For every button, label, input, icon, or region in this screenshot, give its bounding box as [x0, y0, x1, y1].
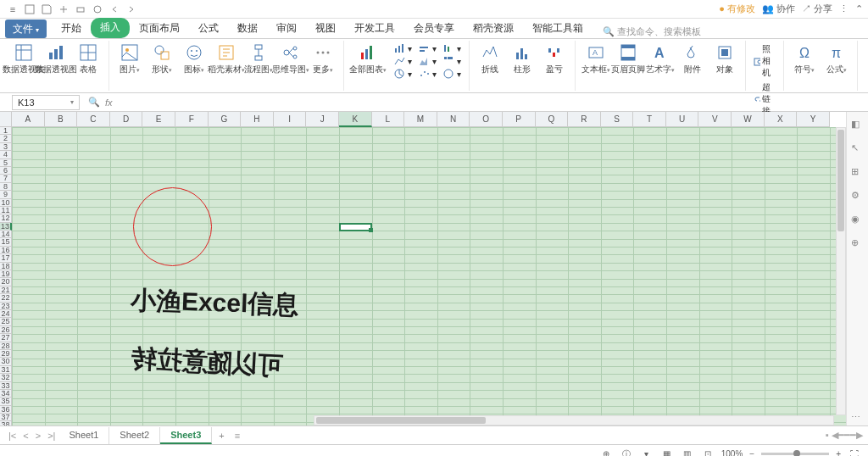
column-header[interactable]: N	[437, 112, 470, 127]
sheet-nav-prev[interactable]: <	[19, 431, 31, 441]
column-header[interactable]: D	[110, 112, 143, 127]
chart-type-button[interactable]: ▾	[416, 55, 439, 67]
chart-type-button[interactable]: ▾	[416, 42, 439, 54]
table-button[interactable]: 表格	[73, 42, 103, 74]
undo-icon[interactable]	[107, 2, 122, 17]
fx-expand-icon[interactable]: 🔍	[88, 97, 100, 108]
pivot-chart-button[interactable]: 数据透视图	[41, 42, 71, 74]
file-tab[interactable]: 文件▾	[5, 19, 47, 38]
textbox-button[interactable]: A文本框▾	[581, 42, 611, 75]
sidepanel-icon[interactable]: ◉	[851, 214, 865, 227]
redo-icon[interactable]	[124, 2, 139, 17]
forms-button[interactable]: 窗体	[863, 42, 868, 74]
picture-button[interactable]: 图片▾	[114, 42, 145, 75]
ribbon-tab[interactable]: 页面布局	[130, 18, 189, 38]
column-header[interactable]: R	[568, 112, 601, 127]
ribbon-tab[interactable]: 稻壳资源	[464, 18, 523, 38]
more-icon[interactable]: ⋮	[839, 3, 849, 14]
sparkline-winloss-button[interactable]: 盈亏	[539, 42, 570, 74]
column-header[interactable]: P	[503, 112, 536, 127]
zoom-value[interactable]: 100%	[721, 449, 743, 456]
object-button[interactable]: 对象	[709, 42, 740, 74]
symbol-button[interactable]: Ω符号▾	[789, 42, 820, 75]
canvas-circle-shape[interactable]	[133, 187, 212, 266]
column-header[interactable]: V	[698, 112, 732, 127]
sidepanel-icon[interactable]: ⊕	[851, 237, 865, 251]
sheet-tab[interactable]: Sheet2	[109, 427, 160, 444]
ribbon-tab[interactable]: 公式	[189, 18, 228, 38]
sheet-nav-next[interactable]: >	[32, 431, 44, 441]
wordart-button[interactable]: A艺术字▾	[645, 42, 676, 75]
command-search[interactable]: 🔍查找命令、搜索模板	[603, 25, 701, 38]
column-header[interactable]: K	[339, 112, 372, 127]
column-header[interactable]: T	[633, 112, 666, 127]
sheet-tab[interactable]: Sheet3	[160, 427, 212, 444]
chart-type-button[interactable]: ▾	[392, 55, 415, 67]
all-charts-button[interactable]: 全部图表▾	[349, 42, 387, 75]
chart-type-button[interactable]: ▾	[441, 55, 464, 67]
pending-changes-label[interactable]: ● 有修改	[719, 3, 755, 15]
qat-icon[interactable]	[90, 2, 105, 17]
wordart-text-1[interactable]: 小渔Excel信息	[130, 283, 299, 324]
active-cell[interactable]	[339, 223, 372, 231]
column-header[interactable]: M	[404, 112, 437, 127]
header-footer-button[interactable]: 页眉页脚	[613, 42, 643, 74]
chart-type-button[interactable]: ▾	[441, 68, 464, 80]
qat-icon[interactable]	[22, 2, 37, 17]
sidepanel-icon[interactable]: ◧	[851, 119, 865, 132]
ribbon-tab[interactable]: 审阅	[267, 18, 306, 38]
chart-type-button[interactable]: ▾	[392, 68, 415, 80]
fullscreen-icon[interactable]: ⛶	[848, 448, 861, 457]
horizontal-scrollbar[interactable]	[314, 415, 834, 425]
chart-type-button[interactable]: ▾	[441, 42, 464, 54]
select-all-corner[interactable]	[0, 112, 12, 127]
column-header[interactable]: L	[372, 112, 405, 127]
status-icon[interactable]: ▾	[640, 448, 654, 457]
share-button[interactable]: ↗ 分享	[802, 3, 832, 15]
sheet-nav-last[interactable]: >|	[44, 431, 58, 441]
column-header[interactable]: A	[12, 112, 45, 127]
vertical-scrollbar[interactable]	[836, 127, 846, 415]
column-header[interactable]: Y	[797, 112, 830, 127]
view-normal-icon[interactable]: ▦	[660, 448, 674, 457]
sidepanel-icon[interactable]: ⊞	[851, 166, 865, 180]
status-icon[interactable]: ⓘ	[620, 448, 633, 457]
column-header[interactable]: E	[142, 112, 175, 127]
collab-button[interactable]: 👥 协作	[762, 3, 795, 15]
save-icon[interactable]	[39, 2, 54, 17]
column-header[interactable]: B	[45, 112, 78, 127]
view-layout-icon[interactable]: ▥	[681, 448, 694, 457]
shapes-button[interactable]: 形状▾	[147, 42, 177, 75]
column-header[interactable]: W	[732, 112, 765, 127]
column-header[interactable]: Q	[536, 112, 569, 127]
status-icon[interactable]: ⊕	[599, 448, 613, 457]
column-header[interactable]: U	[666, 112, 699, 127]
column-header[interactable]: X	[765, 112, 798, 127]
ribbon-tab[interactable]: 开始	[52, 18, 91, 38]
zoom-out-button[interactable]: −	[749, 449, 754, 456]
row-header[interactable]: 38	[0, 421, 12, 425]
ribbon-tab[interactable]: 插入	[91, 18, 130, 38]
sheet-nav-first[interactable]: |<	[5, 431, 19, 441]
ribbon-tab[interactable]: 智能工具箱	[523, 18, 593, 38]
more-button[interactable]: 更多▾	[308, 42, 338, 75]
sidepanel-select-icon[interactable]: ↖	[851, 142, 865, 156]
view-break-icon[interactable]: ⊡	[701, 448, 715, 457]
chart-type-button[interactable]: ▾	[416, 68, 439, 80]
print-icon[interactable]	[73, 2, 88, 17]
sparkline-col-button[interactable]: 柱形	[507, 42, 537, 74]
add-sheet-button[interactable]: +	[212, 431, 231, 441]
material-button[interactable]: 稻壳素材▾	[211, 42, 242, 75]
sidepanel-settings-icon[interactable]: ⚙	[851, 190, 865, 203]
sidepanel-more-icon[interactable]: ⋯	[851, 412, 865, 425]
attachment-button[interactable]: 附件	[677, 42, 708, 74]
record-nav-icon[interactable]: ▪ ◀━━━▶	[826, 430, 863, 441]
icons-button[interactable]: 图标▾	[179, 42, 209, 75]
chart-type-button[interactable]: ▾	[392, 42, 415, 54]
camera-button[interactable]: 照相机	[751, 42, 778, 80]
qat-icon[interactable]	[56, 2, 71, 17]
name-box[interactable]: K13▾	[12, 95, 80, 110]
column-header[interactable]: J	[306, 112, 339, 127]
column-header[interactable]: F	[175, 112, 209, 127]
sparkline-line-button[interactable]: 折线	[475, 42, 505, 74]
